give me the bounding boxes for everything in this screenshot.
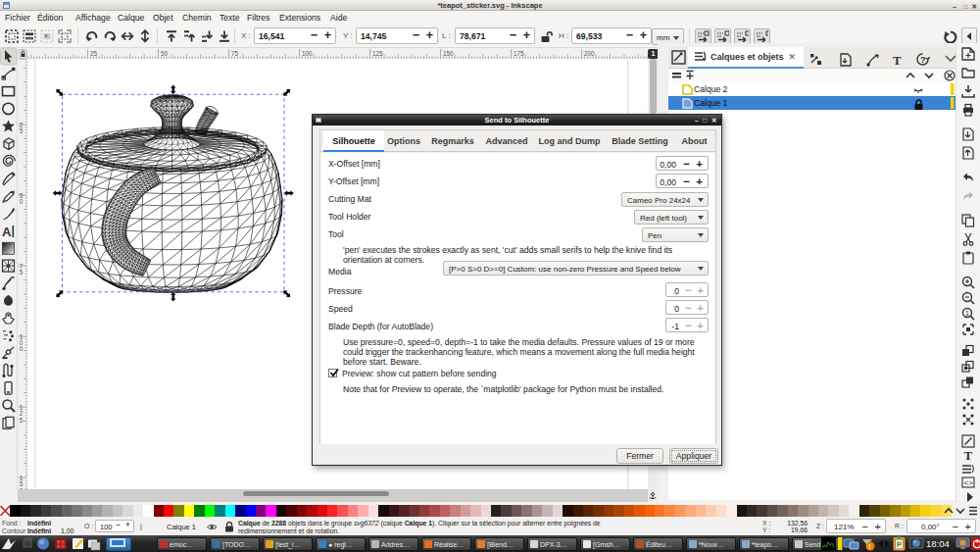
svg-text:200: 200 <box>584 50 595 57</box>
svg-text:2: 2 <box>20 410 24 417</box>
svg-text:100: 100 <box>302 50 313 57</box>
svg-text:P: P <box>897 540 902 549</box>
svg-text:175: 175 <box>514 50 524 57</box>
svg-text:<>: <> <box>964 478 974 487</box>
svg-text:5: 5 <box>20 417 24 424</box>
svg-text:1: 1 <box>965 310 969 317</box>
svg-text:0: 0 <box>20 345 24 352</box>
svg-text:!: ! <box>868 542 871 551</box>
svg-text:5: 5 <box>20 127 24 134</box>
svg-text:0: 0 <box>20 198 24 205</box>
svg-text:5: 5 <box>20 480 24 487</box>
svg-text:75: 75 <box>231 50 239 57</box>
svg-text:T: T <box>893 53 902 68</box>
svg-text:?: ? <box>920 55 926 65</box>
svg-text:5: 5 <box>20 269 24 276</box>
svg-text:18:04: 18:04 <box>926 538 950 549</box>
svg-text:150: 150 <box>443 50 454 57</box>
svg-text:T: T <box>964 448 973 463</box>
svg-text:125: 125 <box>372 50 383 57</box>
svg-text:25: 25 <box>90 50 98 57</box>
svg-text:50: 50 <box>161 50 169 57</box>
